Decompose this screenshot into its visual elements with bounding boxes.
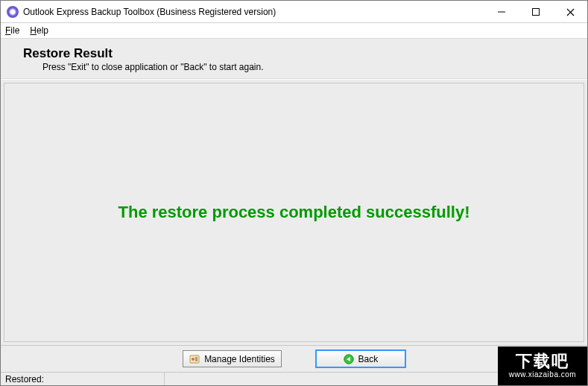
app-icon [7,6,19,18]
manage-identities-button[interactable]: Manage Identities [183,350,282,367]
button-bar: Manage Identities Back [1,345,587,372]
manage-identities-label: Manage Identities [204,354,275,364]
content-area: The restore process completed successful… [1,79,587,345]
close-button[interactable] [553,1,587,23]
content-panel: The restore process completed successful… [4,83,584,342]
svg-rect-1 [533,9,540,16]
menu-help[interactable]: Help [30,25,48,36]
window-controls [484,1,587,23]
window-title: Outlook Express Backup Toolbox (Business… [23,7,276,17]
application-window: Outlook Express Backup Toolbox (Business… [0,0,588,386]
page-header: Restore Result Press "Exit" to close app… [1,38,587,79]
statusbar: Restored: [1,372,587,385]
titlebar: Outlook Express Backup Toolbox (Business… [1,1,587,23]
svg-point-5 [192,358,195,361]
menu-file[interactable]: File [5,25,19,36]
status-restored-label: Restored: [5,374,44,385]
back-button[interactable]: Back [316,350,405,367]
minimize-button[interactable] [484,1,519,23]
menubar: File Help [1,23,587,38]
identities-icon [189,354,200,364]
success-message: The restore process completed successful… [118,203,470,222]
page-subtitle: Press "Exit" to close application or "Ba… [23,62,572,72]
maximize-button[interactable] [519,1,553,23]
back-label: Back [358,354,379,364]
status-restored: Restored: [1,373,165,385]
back-arrow-icon [344,354,354,364]
page-title: Restore Result [23,46,572,61]
